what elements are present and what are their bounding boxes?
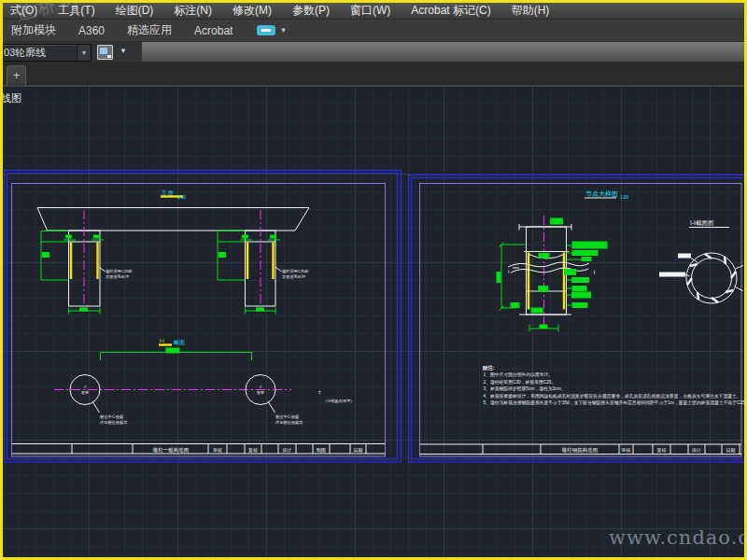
svg-text:日期: 日期: [726, 447, 736, 454]
titleblock-right: 墩柱钢筋构造图 审核 复核 设计 日期: [420, 444, 742, 455]
layer-select[interactable]: 03轮廓线 ▼: [0, 44, 92, 62]
menu-draw[interactable]: 绘图(D): [106, 3, 164, 19]
pier-left[interactable]: 墩柱采用C25砼 表面凿毛处理: [41, 210, 133, 315]
menu-parametric[interactable]: 参数(P): [282, 3, 340, 19]
svg-text:审核: 审核: [622, 447, 631, 453]
svg-text:4、桩基按摩擦桩设计，采用回旋钻机成孔时泥浆护壁应符合规范要: 4、桩基按摩擦桩设计，采用回旋钻机成孔时泥浆护壁应符合规范要求，成孔后应清孔检验…: [484, 393, 741, 399]
notes-header: 附注:: [483, 365, 495, 371]
clipped-tab-label: 线图: [1, 91, 21, 105]
drawing-entities[interactable]: 墩柱一般构造图 审核 复核 设计 制图 日期 立 面 1:50: [0, 84, 747, 560]
toolbar-row: 03轮廓线 ▼ ▼: [0, 42, 747, 62]
svg-text:3、桩基钢筋保护层厚5cm，墩柱为3cm。: 3、桩基钢筋保护层厚5cm，墩柱为3cm。: [484, 385, 566, 392]
section-mark-left: Ⅰ: [508, 269, 510, 274]
detail-view-scale: 1:20: [620, 195, 628, 200]
side-note: （沿桥纵向布置）: [323, 399, 355, 403]
section-title-prefix: Ⅰ-Ⅰ: [160, 338, 164, 343]
ribbon-state-icon: [257, 25, 275, 35]
titleblock-left: 墩柱一般构造图 审核 复核 设计 制图 日期: [12, 444, 386, 455]
svg-text:5、墩柱与桩基连接钢筋搭接长度不小于35d，水下部分钢筋接头: 5、墩柱与桩基连接钢筋搭接长度不小于35d，水下部分钢筋接头应错开布置且相邻间距…: [484, 399, 747, 406]
sheet-right[interactable]: 墩柱钢筋构造图 审核 复核 设计 日期 节点大样图 1:20: [409, 175, 747, 463]
svg-text:表面凿毛处理: 表面凿毛处理: [282, 274, 306, 279]
menu-bar: 式(O) 工具(T) 绘图(D) 标注(N) 修改(M) 参数(P) 窗口(W)…: [0, 2, 747, 20]
section-title: 断面: [174, 339, 185, 346]
layer-properties-icon[interactable]: [97, 45, 113, 60]
svg-text:日期: 日期: [354, 447, 363, 454]
node-detail-view[interactable]: Ⅰ Ⅰ: [497, 216, 608, 332]
svg-text:复核: 复核: [657, 447, 667, 454]
plan-view[interactable]: Ⅰ-Ⅰ 断面 2 桩基 2 桩基 桩位中心坐标 详见桩位坐标表 桩位中心坐标: [54, 338, 355, 426]
menu-window[interactable]: 窗口(W): [340, 3, 401, 19]
svg-text:桩基: 桩基: [257, 390, 264, 395]
menu-tools[interactable]: 工具(T): [48, 3, 105, 19]
menu-dimension[interactable]: 标注(N): [163, 3, 222, 19]
svg-text:详见桩位坐标表: 详见桩位坐标表: [100, 420, 127, 426]
menu-acrobat-markup[interactable]: Acrobat 标记(C): [401, 3, 500, 19]
svg-text:2: 2: [260, 385, 262, 389]
svg-text:2: 2: [84, 385, 87, 389]
side-mark: ±: [318, 390, 321, 395]
menu-modify[interactable]: 修改(M): [222, 3, 282, 19]
view-scale: 1:50: [177, 195, 186, 200]
layer-select-value: 03轮廓线: [1, 46, 77, 60]
new-drawing-tab-button[interactable]: +: [7, 65, 26, 86]
svg-text:2、墩柱砼采用C30，桩基采用C25。: 2、墩柱砼采用C30，桩基采用C25。: [484, 380, 557, 385]
svg-text:制图: 制图: [317, 447, 326, 454]
tab-featured-apps[interactable]: 精选应用: [116, 22, 183, 38]
notes-block: 附注: 1、图中尺寸除注明外均以厘米计。 2、墩柱砼采用C30，桩基采用C25。…: [483, 365, 747, 407]
svg-text:复核: 复核: [248, 447, 258, 454]
drawing-title: 墩柱一般构造图: [152, 447, 190, 454]
menu-help[interactable]: 帮助(H): [501, 3, 560, 19]
svg-text:设计: 设计: [691, 447, 701, 453]
section-view-title: Ⅰ-Ⅰ截面图: [690, 219, 714, 226]
detail-view-title: 节点大样图: [585, 190, 618, 198]
section-mark-right: Ⅰ: [594, 270, 596, 275]
tab-addins[interactable]: 附加模块: [0, 22, 67, 38]
ribbon-options-dropdown[interactable]: ▼: [257, 25, 287, 35]
svg-text:表面凿毛处理: 表面凿毛处理: [106, 274, 130, 279]
drawing-title: 墩柱钢筋构造图: [561, 447, 599, 454]
toolbar-expand-icon[interactable]: ▼: [120, 47, 127, 55]
svg-text:桩基: 桩基: [81, 390, 89, 395]
tab-acrobat[interactable]: Acrobat: [183, 24, 244, 37]
svg-text:审核: 审核: [213, 447, 222, 453]
svg-text:详见桩位坐标表: 详见桩位坐标表: [275, 420, 303, 426]
section-view[interactable]: Ⅰ-Ⅰ截面图: [659, 219, 743, 304]
autocad-window: 式(O) 工具(T) 绘图(D) 标注(N) 修改(M) 参数(P) 窗口(W)…: [0, 0, 747, 560]
ribbon-tab-bar: 附加模块 A360 精选应用 Acrobat ▼: [0, 20, 747, 42]
view-title: 立 面: [162, 189, 174, 196]
chevron-down-icon: ▼: [279, 26, 287, 35]
chevron-down-icon: ▼: [77, 45, 91, 61]
elevation-view[interactable]: 立 面 1:50: [37, 189, 309, 315]
pier-right[interactable]: 墩柱采用C25砼 表面凿毛处理: [218, 210, 309, 315]
svg-text:设计: 设计: [282, 447, 292, 453]
sheet-left[interactable]: 墩柱一般构造图 审核 复核 设计 制图 日期 立 面 1:50: [5, 171, 402, 463]
file-tab-bar: +: [0, 62, 747, 87]
svg-text:1、图中尺寸除注明外均以厘米计。: 1、图中尺寸除注明外均以厘米计。: [484, 371, 554, 378]
menu-style[interactable]: 式(O): [0, 3, 48, 19]
layer-panel: 03轮廓线 ▼ ▼: [0, 42, 142, 62]
tab-a360[interactable]: A360: [67, 24, 116, 37]
